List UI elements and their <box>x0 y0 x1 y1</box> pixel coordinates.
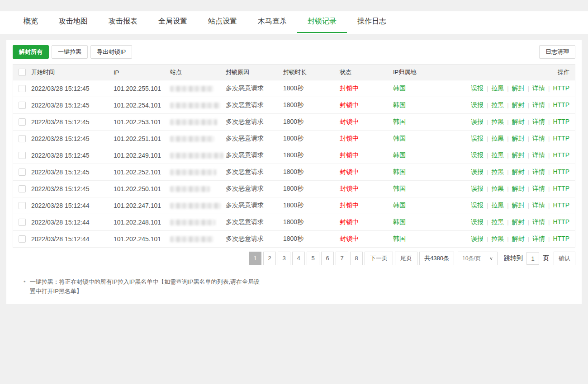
row-checkbox[interactable] <box>19 102 26 109</box>
action-links: 误报|拉黑|解封|详情|HTTP <box>466 185 575 193</box>
location-cell: 韩国 <box>393 218 466 226</box>
action-unblock[interactable]: 解封 <box>512 135 525 142</box>
page-button-1[interactable]: 1 <box>249 252 261 265</box>
page-unit-label: 页 <box>543 254 549 262</box>
action-details[interactable]: 详情 <box>532 84 545 92</box>
action-http[interactable]: HTTP <box>553 235 569 242</box>
action-misreport[interactable]: 误报 <box>471 84 484 92</box>
action-misreport[interactable]: 误报 <box>471 235 484 242</box>
next-page-button[interactable]: 下一页 <box>365 252 393 265</box>
tab-operation-log[interactable]: 操作日志 <box>347 12 397 33</box>
tab-attack-map[interactable]: 攻击地图 <box>48 12 98 33</box>
action-http[interactable]: HTTP <box>553 201 569 209</box>
row-checkbox[interactable] <box>19 85 26 92</box>
page-button-4[interactable]: 4 <box>292 252 305 265</box>
action-unblock[interactable]: 解封 <box>512 101 525 108</box>
tab-attack-report[interactable]: 攻击报表 <box>98 12 148 33</box>
action-separator: | <box>548 85 550 92</box>
tab-global-settings[interactable]: 全局设置 <box>148 12 198 33</box>
action-blacklist[interactable]: 拉黑 <box>491 201 504 209</box>
row-checkbox[interactable] <box>19 118 26 126</box>
action-unblock[interactable]: 解封 <box>512 185 525 192</box>
action-misreport[interactable]: 误报 <box>471 151 484 159</box>
table-row: 2022/03/28 15:12:45 101.202.255.101 多次恶意… <box>13 80 575 97</box>
action-separator: | <box>548 235 550 242</box>
action-unblock[interactable]: 解封 <box>512 218 525 225</box>
tab-site-settings[interactable]: 站点设置 <box>198 12 247 33</box>
action-unblock[interactable]: 解封 <box>512 84 525 92</box>
row-checkbox[interactable] <box>19 135 26 142</box>
action-blacklist[interactable]: 拉黑 <box>491 135 504 142</box>
action-unblock[interactable]: 解封 <box>512 118 525 125</box>
action-details[interactable]: 详情 <box>532 118 545 125</box>
action-blacklist[interactable]: 拉黑 <box>491 151 504 159</box>
page-button-2[interactable]: 2 <box>263 252 276 265</box>
page-button-3[interactable]: 3 <box>278 252 290 265</box>
action-details[interactable]: 详情 <box>532 218 545 225</box>
action-misreport[interactable]: 误报 <box>471 135 484 142</box>
action-links: 误报|拉黑|解封|详情|HTTP <box>466 118 575 126</box>
action-misreport[interactable]: 误报 <box>471 168 484 175</box>
reason-cell: 多次恶意请求 <box>226 151 283 159</box>
action-misreport[interactable]: 误报 <box>471 118 484 125</box>
action-http[interactable]: HTTP <box>553 118 569 125</box>
page-button-6[interactable]: 6 <box>321 252 334 265</box>
action-http[interactable]: HTTP <box>553 185 569 192</box>
site-name-redacted <box>170 203 221 209</box>
action-details[interactable]: 详情 <box>532 235 545 242</box>
action-blacklist[interactable]: 拉黑 <box>491 185 504 192</box>
action-details[interactable]: 详情 <box>532 101 545 108</box>
action-blacklist[interactable]: 拉黑 <box>491 84 504 92</box>
action-blacklist[interactable]: 拉黑 <box>491 168 504 175</box>
location-cell: 韩国 <box>393 168 466 176</box>
action-http[interactable]: HTTP <box>553 101 569 108</box>
export-blocked-ip-button[interactable]: 导出封锁IP <box>90 45 132 59</box>
action-http[interactable]: HTTP <box>553 218 569 225</box>
tab-trojan-scan[interactable]: 木马查杀 <box>247 12 297 33</box>
action-details[interactable]: 详情 <box>532 151 545 159</box>
action-blacklist[interactable]: 拉黑 <box>491 101 504 108</box>
reason-cell: 多次恶意请求 <box>226 218 283 226</box>
tab-block-records[interactable]: 封锁记录 <box>297 12 347 33</box>
log-clean-button[interactable]: 日志清理 <box>539 45 575 59</box>
page-button-8[interactable]: 8 <box>350 252 363 265</box>
action-unblock[interactable]: 解封 <box>512 201 525 209</box>
jump-page-input[interactable] <box>526 252 539 265</box>
action-http[interactable]: HTTP <box>553 168 569 175</box>
action-unblock[interactable]: 解封 <box>512 168 525 175</box>
action-details[interactable]: 详情 <box>532 201 545 209</box>
action-http[interactable]: HTTP <box>553 84 569 92</box>
row-checkbox[interactable] <box>19 202 26 209</box>
action-misreport[interactable]: 误报 <box>471 218 484 225</box>
action-misreport[interactable]: 误报 <box>471 101 484 108</box>
action-blacklist[interactable]: 拉黑 <box>491 118 504 125</box>
action-misreport[interactable]: 误报 <box>471 185 484 192</box>
per-page-select[interactable]: 10条/页 ∨ <box>458 252 498 265</box>
action-details[interactable]: 详情 <box>532 168 545 175</box>
last-page-button[interactable]: 尾页 <box>395 252 417 265</box>
row-checkbox[interactable] <box>19 152 26 159</box>
action-blacklist[interactable]: 拉黑 <box>491 218 504 225</box>
unblock-all-button[interactable]: 解封所有 <box>13 45 49 59</box>
row-checkbox[interactable] <box>19 235 26 243</box>
action-separator: | <box>528 235 529 242</box>
table-body: 2022/03/28 15:12:45 101.202.255.101 多次恶意… <box>13 80 575 247</box>
blacklist-all-button[interactable]: 一键拉黑 <box>52 45 88 59</box>
action-blacklist[interactable]: 拉黑 <box>491 235 504 242</box>
row-checkbox[interactable] <box>19 169 26 176</box>
action-misreport[interactable]: 误报 <box>471 201 484 209</box>
action-http[interactable]: HTTP <box>553 151 569 159</box>
tab-overview[interactable]: 概览 <box>13 12 48 33</box>
header-reason: 封锁原因 <box>226 68 283 76</box>
action-http[interactable]: HTTP <box>553 135 569 142</box>
row-checkbox[interactable] <box>19 219 26 226</box>
action-unblock[interactable]: 解封 <box>512 151 525 159</box>
action-details[interactable]: 详情 <box>532 135 545 142</box>
page-button-5[interactable]: 5 <box>307 252 319 265</box>
row-checkbox[interactable] <box>19 185 26 192</box>
action-unblock[interactable]: 解封 <box>512 235 525 242</box>
confirm-button[interactable]: 确认 <box>554 252 575 265</box>
action-details[interactable]: 详情 <box>532 185 545 192</box>
page-button-7[interactable]: 7 <box>336 252 348 265</box>
select-all-checkbox[interactable] <box>19 69 26 76</box>
